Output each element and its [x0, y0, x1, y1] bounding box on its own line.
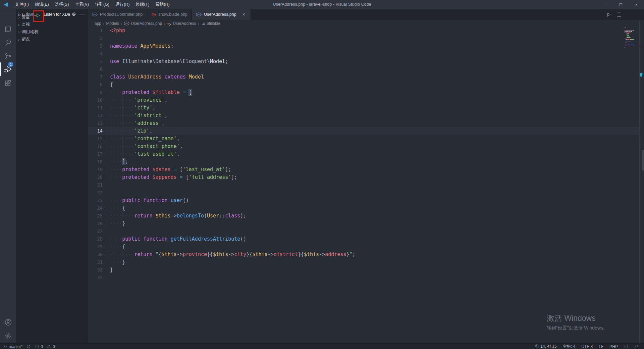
line-number[interactable]: 20 [88, 173, 103, 181]
line-number[interactable]: 8 [88, 81, 103, 89]
breadcrumb-item-$fillable[interactable]: $fillable [201, 21, 220, 26]
line-number[interactable]: 27 [88, 228, 103, 235]
status-warnings[interactable]: 0 [47, 344, 55, 349]
code-line-22[interactable]: 22 [88, 189, 640, 197]
line-number[interactable]: 32 [88, 266, 103, 274]
breadcrumb-item-app[interactable]: app [95, 21, 101, 26]
minimize-icon[interactable]: – [598, 0, 613, 9]
line-number[interactable]: 29 [88, 243, 103, 251]
status-indentation[interactable]: 空格: 4 [563, 344, 575, 349]
split-editor-icon[interactable] [616, 12, 622, 17]
code-line-12[interactable]: 12········'district', [88, 112, 640, 119]
line-number[interactable]: 9 [88, 89, 103, 96]
code-line-6[interactable]: 6 [88, 65, 640, 73]
source-control-icon[interactable] [0, 50, 16, 63]
account-icon[interactable] [0, 315, 16, 329]
line-number[interactable]: 28 [88, 235, 103, 243]
code-line-4[interactable]: 4 [88, 50, 640, 58]
code-line-8[interactable]: 8{ [88, 81, 640, 89]
line-number[interactable]: 12 [88, 112, 103, 119]
line-number[interactable]: 30 [88, 251, 103, 258]
status-encoding[interactable]: UTF-8 [581, 344, 593, 349]
code-line-3[interactable]: 3namespace App\Models; [88, 42, 640, 50]
line-number[interactable]: 2 [88, 35, 103, 42]
menubar-item-7[interactable]: 帮助(H) [152, 0, 172, 9]
settings-gear-icon[interactable] [0, 329, 16, 343]
line-number[interactable]: 23 [88, 197, 103, 204]
line-number[interactable]: 19 [88, 166, 103, 173]
line-number[interactable]: 31 [88, 258, 103, 266]
line-number[interactable]: 22 [88, 189, 103, 197]
line-number[interactable]: 1 [88, 27, 103, 35]
status-eol[interactable]: LF [599, 344, 603, 349]
code-line-25[interactable]: 25········return $this->belongsTo(User::… [88, 212, 640, 220]
code-line-14[interactable]: 14········'zip', [88, 127, 640, 135]
menubar-item-4[interactable]: 转到(G) [92, 0, 112, 9]
line-number[interactable]: 3 [88, 42, 103, 50]
menubar-item-2[interactable]: 选择(S) [52, 0, 72, 9]
menubar-item-5[interactable]: 运行(R) [112, 0, 132, 9]
close-tab-icon[interactable]: × [241, 12, 247, 17]
code-line-5[interactable]: 5use Illuminate\Database\Eloquent\Model; [88, 58, 640, 65]
code-line-7[interactable]: 7class UserAddress extends Model [88, 73, 640, 81]
debug-section-breakpoints[interactable]: ›断点 [16, 36, 88, 43]
tab-ProductsController.php[interactable]: phpProductsController.php [88, 9, 147, 20]
code-line-29[interactable]: 29····{ [88, 243, 640, 251]
line-number[interactable]: 16 [88, 143, 103, 150]
status-sync[interactable] [26, 344, 31, 349]
breadcrumb-item-Models[interactable]: Models [106, 21, 119, 26]
code-line-20[interactable]: 20····protected $appends = ['full_addres… [88, 173, 640, 181]
line-number[interactable]: 18 [88, 158, 103, 166]
code-line-33[interactable]: 33 [88, 274, 640, 282]
menubar-item-1[interactable]: 编辑(E) [32, 0, 52, 9]
line-number[interactable]: 21 [88, 181, 103, 189]
code-line-21[interactable]: 21 [88, 181, 640, 189]
debug-section-variables[interactable]: ›变量 [16, 13, 88, 21]
status-notifications[interactable] [635, 344, 639, 349]
code-line-10[interactable]: 10········'province', [88, 96, 640, 104]
line-number[interactable]: 33 [88, 274, 103, 282]
line-number[interactable]: 10 [88, 96, 103, 104]
breadcrumb-item-UserAddress.php[interactable]: phpUserAddress.php [124, 21, 162, 26]
menubar-item-6[interactable]: 终端(T) [132, 0, 152, 9]
code-line-9[interactable]: 9····protected $fillable = [ [88, 89, 640, 96]
line-number[interactable]: 25 [88, 212, 103, 220]
code-line-13[interactable]: 13········'address', [88, 119, 640, 127]
code-line-17[interactable]: 17········'last_used_at', [88, 150, 640, 158]
line-number[interactable]: 13 [88, 119, 103, 127]
status-feedback[interactable] [624, 344, 629, 349]
code-line-26[interactable]: 26····} [88, 220, 640, 228]
scrollbar-slider[interactable] [642, 150, 644, 170]
breadcrumb-item-UserAddress[interactable]: UserAddress [167, 21, 196, 26]
tab-show.blade.php[interactable]: show.blade.php [147, 9, 192, 20]
code-line-2[interactable]: 2 [88, 35, 640, 42]
extensions-icon[interactable] [0, 77, 16, 90]
code-line-1[interactable]: 1<?php [88, 27, 640, 35]
code-line-19[interactable]: 19····protected $dates = ['last_used_at'… [88, 166, 640, 173]
code-line-16[interactable]: 16········'contact_phone', [88, 143, 640, 150]
debug-section-watch[interactable]: ›监视 [16, 21, 88, 28]
debug-section-call-stack[interactable]: ›调用堆栈 [16, 28, 88, 36]
explorer-icon[interactable] [0, 22, 16, 36]
code-line-23[interactable]: 23····public function user() [88, 197, 640, 204]
line-number[interactable]: 24 [88, 204, 103, 212]
code-line-15[interactable]: 15········'contact_name', [88, 135, 640, 143]
status-language-mode[interactable]: PHP [609, 344, 618, 349]
code-line-28[interactable]: 28····public function getFullAddressAttr… [88, 235, 640, 243]
close-icon[interactable]: × [629, 0, 644, 9]
search-icon[interactable] [0, 36, 16, 49]
minimap[interactable] [625, 28, 641, 51]
run-or-debug-icon[interactable] [606, 12, 611, 17]
code-line-11[interactable]: 11········'city', [88, 104, 640, 112]
code-line-18[interactable]: 18····]; [88, 158, 640, 166]
code-line-24[interactable]: 24····{ [88, 204, 640, 212]
menubar-item-3[interactable]: 查看(V) [72, 0, 92, 9]
line-number[interactable]: 15 [88, 135, 103, 143]
line-number[interactable]: 4 [88, 50, 103, 58]
status-cursor-position[interactable]: 行 14, 列 15 [535, 344, 557, 349]
code-line-32[interactable]: 32} [88, 266, 640, 274]
line-number[interactable]: 26 [88, 220, 103, 228]
line-number[interactable]: 11 [88, 104, 103, 112]
code-line-27[interactable]: 27 [88, 228, 640, 235]
status-git-branch[interactable]: master* [3, 344, 22, 349]
